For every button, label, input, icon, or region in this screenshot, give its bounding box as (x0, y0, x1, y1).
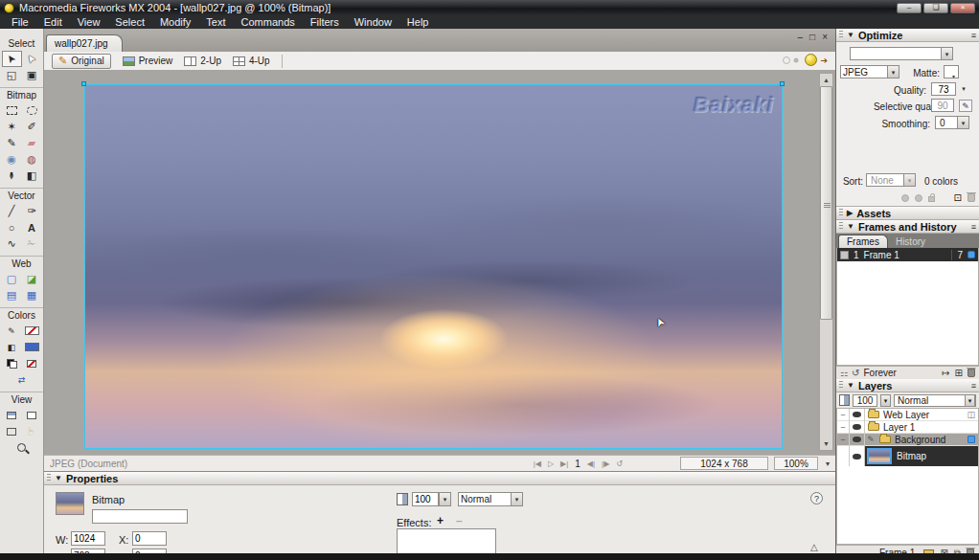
scale-tool-icon[interactable]: ◱ (2, 67, 22, 83)
layer-row-web-layer[interactable]: – Web Layer ◫ (837, 409, 978, 421)
crop-tool-icon[interactable]: ▣ (22, 67, 42, 83)
previous-frame-button[interactable]: ◀| (587, 459, 595, 468)
fill-color-swatch[interactable] (22, 339, 42, 355)
magic-wand-tool-icon[interactable]: ✶ (2, 119, 22, 135)
loop-button[interactable]: ↺ (616, 459, 623, 468)
hotspot-tool-icon[interactable]: ▢ (2, 271, 22, 287)
frame-select-indicator[interactable] (968, 251, 975, 258)
visibility-toggle[interactable] (850, 409, 865, 421)
distribute-to-frames-icon[interactable]: ↦ (942, 368, 949, 378)
blur-tool-icon[interactable]: ◉ (2, 151, 22, 168)
optimize-header[interactable]: ▼ Optimize ≡ (836, 29, 979, 42)
looping-label[interactable]: Forever (863, 368, 896, 378)
properties-header[interactable]: ▼ Properties (44, 472, 835, 485)
selective-quality-edit-icon[interactable]: ✎ (959, 100, 972, 112)
saved-settings-select[interactable] (850, 47, 953, 60)
menu-help[interactable]: Help (399, 15, 437, 29)
layers-opacity-dropdown-icon[interactable]: ▾ (880, 394, 891, 407)
zoom-level-selector[interactable]: 100% (774, 457, 818, 470)
first-frame-button[interactable]: |◀ (534, 459, 541, 468)
x-input[interactable] (132, 531, 167, 546)
close-button[interactable]: × (950, 3, 975, 13)
matte-swatch[interactable] (944, 65, 959, 78)
marquee-tool-icon[interactable] (2, 102, 22, 119)
frame-row-selected[interactable]: 1 Frame 1 7 (837, 248, 978, 261)
show-slices-tool-icon[interactable]: ▦ (22, 287, 42, 303)
freeform-tool-icon[interactable]: ∿ (2, 235, 22, 252)
object-name-input[interactable] (92, 509, 188, 524)
expand-icon[interactable]: – (837, 434, 850, 446)
restore-button[interactable]: ❏ (923, 3, 948, 13)
smoothing-dropdown-icon[interactable]: ▾ (957, 116, 969, 129)
tab-frames[interactable]: Frames (838, 235, 888, 248)
assets-header[interactable]: ▶ Assets (836, 207, 979, 220)
hide-slices-tool-icon[interactable]: ▤ (2, 287, 22, 303)
expand-icon[interactable]: – (837, 421, 850, 434)
properties-collapse-icon[interactable]: ▼ (55, 474, 62, 482)
format-dropdown-icon[interactable]: ▾ (887, 65, 899, 78)
next-frame-button[interactable]: |▶ (602, 459, 609, 468)
doc-close-icon[interactable]: × (822, 33, 828, 42)
layers-collapse-icon[interactable]: ▼ (847, 381, 854, 390)
matte-dropdown-icon[interactable]: ▾ (952, 73, 955, 79)
eyedropper-tool-icon[interactable]: ✒ (2, 168, 22, 184)
expand-icon[interactable]: – (837, 409, 850, 421)
hand-tool-icon[interactable]: ☞ (22, 423, 42, 439)
visibility-toggle[interactable] (850, 434, 865, 446)
two-up-view-button[interactable]: 2-Up (178, 54, 227, 69)
photo-bitmap[interactable]: Baixaki (84, 84, 783, 449)
brush-tool-icon[interactable]: ✐ (22, 119, 42, 135)
quality-dropdown-icon[interactable]: ▾ (958, 82, 969, 96)
layer-row-bitmap[interactable]: Bitmap (837, 446, 978, 466)
frame-delay[interactable]: 7 (951, 250, 963, 260)
canvas-area[interactable]: Baixaki ➤ ▲ ▼ (44, 71, 835, 455)
assets-collapse-icon[interactable]: ▶ (847, 209, 853, 217)
last-frame-button[interactable]: ▶| (560, 459, 568, 468)
standard-screen-mode-button[interactable] (2, 407, 22, 423)
text-tool-icon[interactable]: A (22, 219, 42, 235)
lasso-tool-icon[interactable] (22, 102, 42, 119)
optimize-menu-icon[interactable]: ≡ (971, 31, 976, 40)
menu-window[interactable]: Window (347, 15, 399, 29)
selection-handle-top-left[interactable] (81, 81, 86, 86)
optimize-collapse-icon[interactable]: ▼ (847, 31, 854, 39)
menu-file[interactable]: File (4, 15, 36, 29)
minimize-button[interactable]: – (897, 3, 922, 13)
knife-tool-icon[interactable]: ✁ (22, 235, 42, 252)
tab-history[interactable]: History (888, 235, 933, 248)
default-colors-button[interactable] (2, 355, 22, 371)
blend-dropdown-icon[interactable]: ▾ (511, 492, 523, 506)
saved-settings-dropdown-icon[interactable]: ▾ (941, 47, 953, 60)
preview-view-button[interactable]: Preview (117, 54, 179, 69)
scroll-up-arrow[interactable]: ▲ (820, 74, 832, 86)
fullscreen-menus-mode-button[interactable] (22, 407, 42, 423)
add-color-icon[interactable]: ⊡ (954, 192, 962, 203)
layers-header[interactable]: ▼ Layers ≡ (836, 379, 979, 392)
width-input[interactable] (71, 531, 105, 546)
visibility-toggle[interactable] (850, 446, 865, 466)
layer-select-indicator[interactable] (968, 436, 975, 443)
panel-gripper[interactable] (47, 474, 51, 482)
layers-menu-icon[interactable]: ≡ (971, 381, 976, 391)
visibility-toggle[interactable] (850, 421, 865, 434)
menu-edit[interactable]: Edit (36, 15, 70, 29)
original-view-button[interactable]: ✎ Original (52, 54, 111, 69)
paint-bucket-tool-icon[interactable]: ◧ (22, 168, 42, 184)
frames-menu-icon[interactable]: ≡ (971, 222, 976, 232)
zoom-dropdown-icon[interactable]: ▾ (826, 459, 830, 468)
rubber-stamp-tool-icon[interactable]: ◍ (22, 151, 42, 168)
opacity-dropdown-icon[interactable]: ▾ (439, 492, 451, 506)
opacity-input[interactable] (412, 492, 439, 506)
pen-tool-icon[interactable]: ✑ (22, 203, 42, 219)
doc-restore-icon[interactable]: □ (809, 33, 815, 42)
delete-frame-icon[interactable] (968, 369, 975, 377)
slice-tool-icon[interactable]: ◪ (22, 271, 42, 287)
frames-history-header[interactable]: ▼ Frames and History ≡ (836, 220, 979, 234)
ellipse-tool-icon[interactable]: ○ (2, 219, 22, 235)
menu-commands[interactable]: Commands (234, 15, 303, 29)
layers-blend-dropdown-icon[interactable]: ▾ (965, 394, 975, 407)
zoom-tool-icon[interactable] (11, 439, 32, 456)
scrollbar-thumb[interactable] (820, 86, 832, 320)
subselection-tool-icon[interactable]: ➤ (22, 51, 42, 67)
menu-modify[interactable]: Modify (152, 15, 198, 29)
